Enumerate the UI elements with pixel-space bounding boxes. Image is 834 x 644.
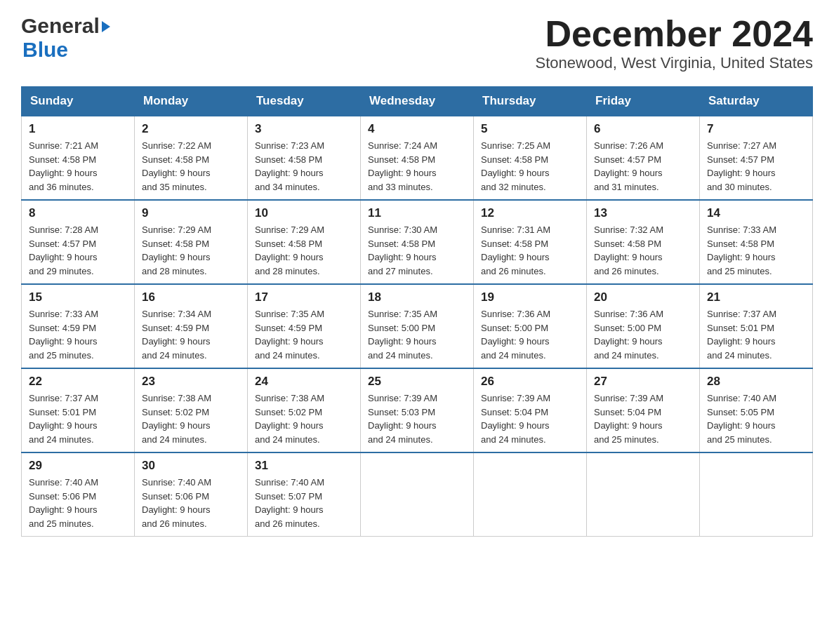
day-number: 19 — [481, 290, 579, 304]
day-info: Sunrise: 7:40 AM Sunset: 5:07 PM Dayligh… — [255, 476, 353, 530]
day-info: Sunrise: 7:37 AM Sunset: 5:01 PM Dayligh… — [29, 391, 127, 446]
day-info: Sunrise: 7:29 AM Sunset: 4:58 PM Dayligh… — [255, 223, 353, 278]
table-row — [474, 452, 587, 537]
day-number: 24 — [255, 375, 353, 389]
day-info: Sunrise: 7:36 AM Sunset: 5:00 PM Dayligh… — [481, 307, 579, 362]
day-info: Sunrise: 7:36 AM Sunset: 5:00 PM Dayligh… — [594, 307, 692, 362]
day-number: 14 — [707, 206, 805, 220]
table-row: 19 Sunrise: 7:36 AM Sunset: 5:00 PM Dayl… — [474, 284, 587, 368]
day-number: 17 — [255, 290, 353, 304]
day-number: 26 — [481, 375, 579, 389]
table-row: 12 Sunrise: 7:31 AM Sunset: 4:58 PM Dayl… — [474, 200, 587, 284]
table-row: 22 Sunrise: 7:37 AM Sunset: 5:01 PM Dayl… — [22, 368, 135, 452]
table-row: 15 Sunrise: 7:33 AM Sunset: 4:59 PM Dayl… — [22, 284, 135, 368]
table-row: 2 Sunrise: 7:22 AM Sunset: 4:58 PM Dayli… — [135, 116, 248, 200]
day-info: Sunrise: 7:33 AM Sunset: 4:59 PM Dayligh… — [29, 307, 127, 362]
day-number: 9 — [142, 206, 240, 220]
col-thursday: Thursday — [474, 87, 587, 116]
table-row: 18 Sunrise: 7:35 AM Sunset: 5:00 PM Dayl… — [361, 284, 474, 368]
day-number: 15 — [29, 290, 127, 304]
day-info: Sunrise: 7:40 AM Sunset: 5:06 PM Dayligh… — [142, 476, 240, 530]
page-title: December 2024 — [536, 14, 813, 54]
day-info: Sunrise: 7:26 AM Sunset: 4:57 PM Dayligh… — [594, 139, 692, 194]
table-row: 30 Sunrise: 7:40 AM Sunset: 5:06 PM Dayl… — [135, 452, 248, 537]
title-block: December 2024 Stonewood, West Virginia, … — [536, 14, 813, 72]
day-info: Sunrise: 7:39 AM Sunset: 5:03 PM Dayligh… — [368, 391, 466, 446]
table-row: 10 Sunrise: 7:29 AM Sunset: 4:58 PM Dayl… — [248, 200, 361, 284]
calendar-week-row: 1 Sunrise: 7:21 AM Sunset: 4:58 PM Dayli… — [22, 116, 813, 200]
day-info: Sunrise: 7:39 AM Sunset: 5:04 PM Dayligh… — [481, 391, 579, 446]
day-number: 3 — [255, 122, 353, 136]
day-info: Sunrise: 7:24 AM Sunset: 4:58 PM Dayligh… — [368, 139, 466, 194]
day-info: Sunrise: 7:25 AM Sunset: 4:58 PM Dayligh… — [481, 139, 579, 194]
logo-blue-text: Blue — [22, 38, 68, 61]
day-info: Sunrise: 7:23 AM Sunset: 4:58 PM Dayligh… — [255, 139, 353, 194]
page-subtitle: Stonewood, West Virginia, United States — [536, 54, 813, 72]
col-monday: Monday — [135, 87, 248, 116]
table-row: 23 Sunrise: 7:38 AM Sunset: 5:02 PM Dayl… — [135, 368, 248, 452]
table-row: 1 Sunrise: 7:21 AM Sunset: 4:58 PM Dayli… — [22, 116, 135, 200]
day-number: 30 — [142, 459, 240, 473]
table-row: 26 Sunrise: 7:39 AM Sunset: 5:04 PM Dayl… — [474, 368, 587, 452]
logo-triangle-icon — [102, 21, 110, 32]
calendar-week-row: 8 Sunrise: 7:28 AM Sunset: 4:57 PM Dayli… — [22, 200, 813, 284]
table-row: 17 Sunrise: 7:35 AM Sunset: 4:59 PM Dayl… — [248, 284, 361, 368]
day-info: Sunrise: 7:38 AM Sunset: 5:02 PM Dayligh… — [142, 391, 240, 446]
day-number: 2 — [142, 122, 240, 136]
table-row: 11 Sunrise: 7:30 AM Sunset: 4:58 PM Dayl… — [361, 200, 474, 284]
table-row — [361, 452, 474, 537]
day-info: Sunrise: 7:37 AM Sunset: 5:01 PM Dayligh… — [707, 307, 805, 362]
day-number: 31 — [255, 459, 353, 473]
day-info: Sunrise: 7:38 AM Sunset: 5:02 PM Dayligh… — [255, 391, 353, 446]
day-info: Sunrise: 7:34 AM Sunset: 4:59 PM Dayligh… — [142, 307, 240, 362]
day-number: 23 — [142, 375, 240, 389]
col-sunday: Sunday — [22, 87, 135, 116]
day-number: 1 — [29, 122, 127, 136]
day-info: Sunrise: 7:35 AM Sunset: 4:59 PM Dayligh… — [255, 307, 353, 362]
day-number: 12 — [481, 206, 579, 220]
day-number: 18 — [368, 290, 466, 304]
day-number: 10 — [255, 206, 353, 220]
table-row: 6 Sunrise: 7:26 AM Sunset: 4:57 PM Dayli… — [587, 116, 700, 200]
day-number: 8 — [29, 206, 127, 220]
table-row — [587, 452, 700, 537]
day-number: 6 — [594, 122, 692, 136]
day-number: 20 — [594, 290, 692, 304]
day-number: 4 — [368, 122, 466, 136]
day-info: Sunrise: 7:21 AM Sunset: 4:58 PM Dayligh… — [29, 139, 127, 194]
day-info: Sunrise: 7:30 AM Sunset: 4:58 PM Dayligh… — [368, 223, 466, 278]
day-number: 16 — [142, 290, 240, 304]
calendar-week-row: 29 Sunrise: 7:40 AM Sunset: 5:06 PM Dayl… — [22, 452, 813, 537]
day-number: 28 — [707, 375, 805, 389]
table-row: 8 Sunrise: 7:28 AM Sunset: 4:57 PM Dayli… — [22, 200, 135, 284]
day-info: Sunrise: 7:39 AM Sunset: 5:04 PM Dayligh… — [594, 391, 692, 446]
table-row: 21 Sunrise: 7:37 AM Sunset: 5:01 PM Dayl… — [700, 284, 813, 368]
day-info: Sunrise: 7:32 AM Sunset: 4:58 PM Dayligh… — [594, 223, 692, 278]
day-info: Sunrise: 7:35 AM Sunset: 5:00 PM Dayligh… — [368, 307, 466, 362]
calendar-week-row: 22 Sunrise: 7:37 AM Sunset: 5:01 PM Dayl… — [22, 368, 813, 452]
day-number: 25 — [368, 375, 466, 389]
table-row — [700, 452, 813, 537]
table-row: 16 Sunrise: 7:34 AM Sunset: 4:59 PM Dayl… — [135, 284, 248, 368]
day-info: Sunrise: 7:31 AM Sunset: 4:58 PM Dayligh… — [481, 223, 579, 278]
table-row: 13 Sunrise: 7:32 AM Sunset: 4:58 PM Dayl… — [587, 200, 700, 284]
calendar-week-row: 15 Sunrise: 7:33 AM Sunset: 4:59 PM Dayl… — [22, 284, 813, 368]
table-row: 31 Sunrise: 7:40 AM Sunset: 5:07 PM Dayl… — [248, 452, 361, 537]
table-row: 29 Sunrise: 7:40 AM Sunset: 5:06 PM Dayl… — [22, 452, 135, 537]
day-number: 11 — [368, 206, 466, 220]
table-row: 4 Sunrise: 7:24 AM Sunset: 4:58 PM Dayli… — [361, 116, 474, 200]
col-saturday: Saturday — [700, 87, 813, 116]
logo-general-text: General — [21, 14, 100, 38]
calendar-table: Sunday Monday Tuesday Wednesday Thursday… — [21, 86, 813, 537]
day-info: Sunrise: 7:29 AM Sunset: 4:58 PM Dayligh… — [142, 223, 240, 278]
table-row: 14 Sunrise: 7:33 AM Sunset: 4:58 PM Dayl… — [700, 200, 813, 284]
day-info: Sunrise: 7:40 AM Sunset: 5:05 PM Dayligh… — [707, 391, 805, 446]
day-info: Sunrise: 7:27 AM Sunset: 4:57 PM Dayligh… — [707, 139, 805, 194]
day-number: 5 — [481, 122, 579, 136]
col-friday: Friday — [587, 87, 700, 116]
table-row: 24 Sunrise: 7:38 AM Sunset: 5:02 PM Dayl… — [248, 368, 361, 452]
day-info: Sunrise: 7:22 AM Sunset: 4:58 PM Dayligh… — [142, 139, 240, 194]
day-info: Sunrise: 7:33 AM Sunset: 4:58 PM Dayligh… — [707, 223, 805, 278]
day-info: Sunrise: 7:28 AM Sunset: 4:57 PM Dayligh… — [29, 223, 127, 278]
col-wednesday: Wednesday — [361, 87, 474, 116]
